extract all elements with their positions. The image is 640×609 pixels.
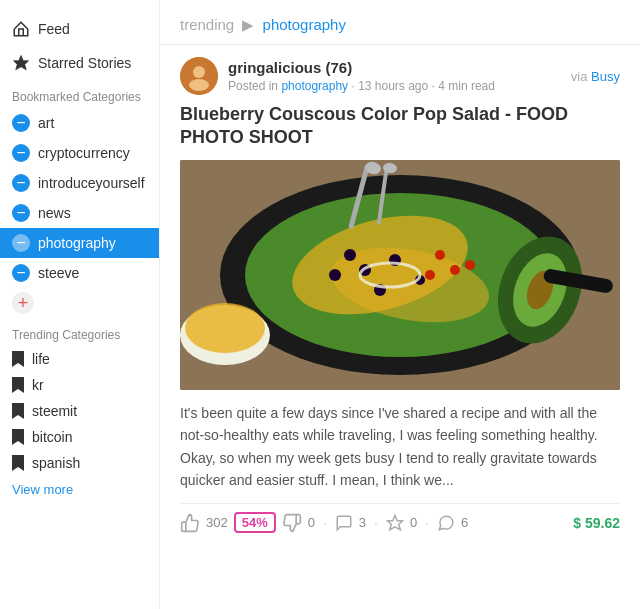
svg-marker-0 (14, 56, 29, 70)
svg-point-18 (425, 270, 435, 280)
view-more-link[interactable]: View more (0, 476, 159, 503)
bookmarked-section-title: Bookmarked Categories (0, 80, 159, 108)
svg-point-12 (329, 269, 341, 281)
trending-cat-bitcoin[interactable]: bitcoin (0, 424, 159, 450)
author-name[interactable]: gringalicious (76) (228, 57, 495, 78)
breadcrumb-current: photography (263, 16, 346, 33)
sidebar-cat-steeve[interactable]: − steeve (0, 258, 159, 288)
add-category-button[interactable]: + (12, 292, 34, 314)
remove-news-icon[interactable]: − (12, 204, 30, 222)
downvote-button[interactable] (282, 513, 302, 533)
action-bar: 302 54% 0 · 3 · 0 · 6 (180, 503, 620, 533)
bookmark-bitcoin-icon (12, 429, 24, 445)
post-title[interactable]: Blueberry Couscous Color Pop Salad - FOO… (180, 103, 620, 150)
post-excerpt[interactable]: It's been quite a few days since I've sh… (180, 402, 620, 492)
comment-button[interactable] (335, 514, 353, 532)
bookmark-spanish-icon (12, 455, 24, 471)
via-label: via Busy (571, 69, 620, 84)
feed-label: Feed (38, 21, 70, 37)
main-content: trending ▶ photography gringalicious (76… (160, 0, 640, 609)
sidebar: Feed Starred Stories Bookmarked Categori… (0, 0, 160, 609)
starred-label: Starred Stories (38, 55, 131, 71)
breadcrumb: trending ▶ photography (160, 0, 640, 45)
vote-percent-badge[interactable]: 54% (234, 512, 276, 533)
sidebar-cat-art[interactable]: − art (0, 108, 159, 138)
author-row: gringalicious (76) Posted in photography… (180, 57, 620, 95)
posted-in-label: Posted in (228, 79, 278, 93)
price-badge[interactable]: $ 59.62 (573, 515, 620, 531)
post-area: gringalicious (76) Posted in photography… (160, 45, 640, 545)
post-category-link[interactable]: photography (281, 79, 348, 93)
upvote-count: 302 (206, 515, 228, 530)
bookmark-steemit-icon (12, 403, 24, 419)
home-icon (12, 20, 30, 38)
star-count: 0 (410, 515, 417, 530)
bookmark-kr-icon (12, 377, 24, 393)
sidebar-cat-introduceyourself[interactable]: − introduceyourself (0, 168, 159, 198)
upvote-button[interactable] (180, 513, 200, 533)
remove-art-icon[interactable]: − (12, 114, 30, 132)
trending-section-title: Trending Categories (0, 318, 159, 346)
star-button[interactable] (386, 514, 404, 532)
author-meta: Posted in photography · 13 hours ago · 4… (228, 78, 495, 95)
avatar[interactable] (180, 57, 218, 95)
trending-cat-steemit[interactable]: steemit (0, 398, 159, 424)
svg-point-2 (193, 66, 205, 78)
sidebar-item-starred[interactable]: Starred Stories (0, 46, 159, 80)
bookmark-life-icon (12, 351, 24, 367)
svg-point-17 (450, 265, 460, 275)
svg-point-29 (185, 303, 265, 353)
star-icon (12, 54, 30, 72)
post-image[interactable] (180, 160, 620, 390)
sidebar-cat-cryptocurrency[interactable]: − cryptocurrency (0, 138, 159, 168)
post-read-time: 4 min read (438, 79, 495, 93)
author-info: gringalicious (76) Posted in photography… (228, 57, 495, 95)
sidebar-cat-photography[interactable]: − photography (0, 228, 159, 258)
remove-cryptocurrency-icon[interactable]: − (12, 144, 30, 162)
downvote-count: 0 (308, 515, 315, 530)
svg-marker-31 (387, 515, 402, 529)
svg-point-10 (344, 249, 356, 261)
trending-cat-life[interactable]: life (0, 346, 159, 372)
remove-photography-icon[interactable]: − (12, 234, 30, 252)
breadcrumb-root[interactable]: trending (180, 16, 234, 33)
post-time: 13 hours ago (358, 79, 428, 93)
svg-point-3 (189, 79, 209, 91)
remove-introduceyourself-icon[interactable]: − (12, 174, 30, 192)
sidebar-item-feed[interactable]: Feed (0, 12, 159, 46)
via-platform-link[interactable]: Busy (591, 69, 620, 84)
chat-count: 6 (461, 515, 468, 530)
breadcrumb-arrow: ▶ (242, 16, 258, 33)
remove-steeve-icon[interactable]: − (12, 264, 30, 282)
trending-cat-spanish[interactable]: spanish (0, 450, 159, 476)
trending-cat-kr[interactable]: kr (0, 372, 159, 398)
comment-count: 3 (359, 515, 366, 530)
sidebar-cat-news[interactable]: − news (0, 198, 159, 228)
chat-button[interactable] (437, 514, 455, 532)
svg-point-19 (465, 260, 475, 270)
author-left: gringalicious (76) Posted in photography… (180, 57, 495, 95)
svg-point-16 (435, 250, 445, 260)
